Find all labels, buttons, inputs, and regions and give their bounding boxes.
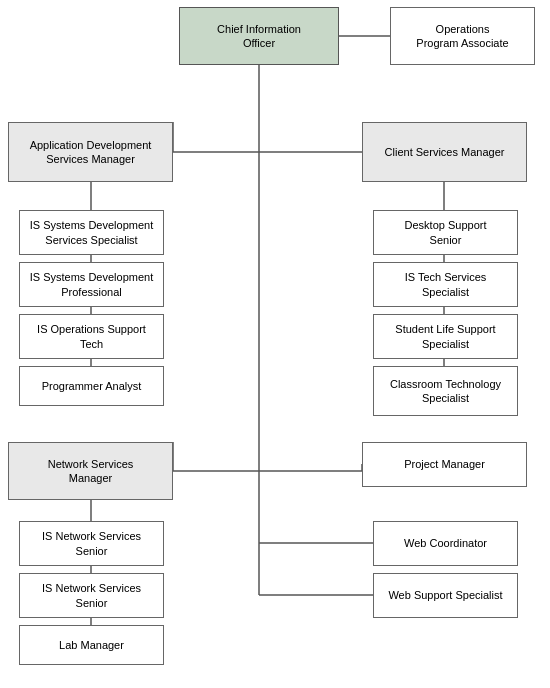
node-ops: Operations Program Associate bbox=[390, 7, 535, 65]
node-classroom: Classroom Technology Specialist bbox=[373, 366, 518, 416]
node-project_mgr: Project Manager bbox=[362, 442, 527, 487]
node-label-student: Student Life Support Specialist bbox=[395, 322, 495, 351]
node-desktop: Desktop Support Senior bbox=[373, 210, 518, 255]
node-label-project_mgr: Project Manager bbox=[404, 457, 485, 471]
node-is_sys2: IS Systems Development Professional bbox=[19, 262, 164, 307]
node-label-programmer: Programmer Analyst bbox=[42, 379, 142, 393]
org-chart: Chief Information OfficerOperations Prog… bbox=[0, 0, 550, 688]
node-label-ops: Operations Program Associate bbox=[416, 22, 508, 51]
node-label-lab_mgr: Lab Manager bbox=[59, 638, 124, 652]
node-is_sys1: IS Systems Development Services Speciali… bbox=[19, 210, 164, 255]
node-client_mgr: Client Services Manager bbox=[362, 122, 527, 182]
node-lab_mgr: Lab Manager bbox=[19, 625, 164, 665]
node-is_net2: IS Network Services Senior bbox=[19, 573, 164, 618]
node-label-web_support: Web Support Specialist bbox=[388, 588, 502, 602]
node-label-classroom: Classroom Technology Specialist bbox=[390, 377, 501, 406]
node-cio: Chief Information Officer bbox=[179, 7, 339, 65]
node-label-net_mgr: Network Services Manager bbox=[48, 457, 134, 486]
node-label-is_ops: IS Operations Support Tech bbox=[37, 322, 146, 351]
node-label-app_mgr: Application Development Services Manager bbox=[30, 138, 152, 167]
node-is_net1: IS Network Services Senior bbox=[19, 521, 164, 566]
node-label-is_net2: IS Network Services Senior bbox=[42, 581, 141, 610]
node-label-is_tech: IS Tech Services Specialist bbox=[405, 270, 487, 299]
node-is_tech: IS Tech Services Specialist bbox=[373, 262, 518, 307]
node-label-client_mgr: Client Services Manager bbox=[385, 145, 505, 159]
node-label-desktop: Desktop Support Senior bbox=[405, 218, 487, 247]
node-programmer: Programmer Analyst bbox=[19, 366, 164, 406]
node-label-is_sys1: IS Systems Development Services Speciali… bbox=[30, 218, 154, 247]
node-label-is_sys2: IS Systems Development Professional bbox=[30, 270, 154, 299]
node-web_support: Web Support Specialist bbox=[373, 573, 518, 618]
node-app_mgr: Application Development Services Manager bbox=[8, 122, 173, 182]
node-is_ops: IS Operations Support Tech bbox=[19, 314, 164, 359]
node-net_mgr: Network Services Manager bbox=[8, 442, 173, 500]
node-label-web_coord: Web Coordinator bbox=[404, 536, 487, 550]
node-label-cio: Chief Information Officer bbox=[217, 22, 301, 51]
node-web_coord: Web Coordinator bbox=[373, 521, 518, 566]
node-student: Student Life Support Specialist bbox=[373, 314, 518, 359]
node-label-is_net1: IS Network Services Senior bbox=[42, 529, 141, 558]
